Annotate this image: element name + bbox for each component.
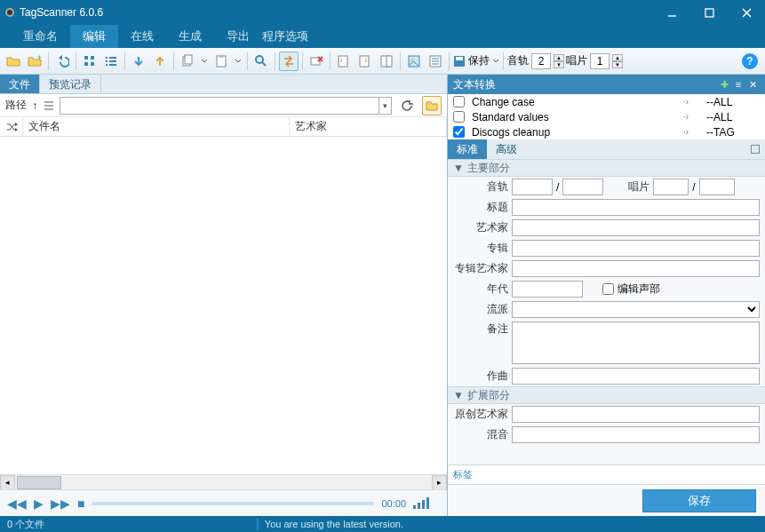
track-stepper[interactable]: ▲▼ <box>554 54 564 68</box>
disc-stepper[interactable]: ▲▼ <box>612 54 623 68</box>
tab-advanced[interactable]: 高级 <box>487 139 526 160</box>
arrow-down-icon <box>132 55 145 67</box>
move-up-button[interactable] <box>150 52 170 71</box>
player-volume[interactable] <box>413 497 440 509</box>
undo-button[interactable] <box>52 52 72 71</box>
tab-preview-log[interactable]: 预览记录 <box>40 75 101 93</box>
panel-close-icon[interactable]: ✕ <box>745 79 760 91</box>
paste-dropdown[interactable] <box>233 52 243 71</box>
disc-input[interactable] <box>653 179 689 195</box>
keep-label: 保持 <box>468 53 490 68</box>
script-checkbox[interactable] <box>453 96 465 107</box>
scroll-left-arrow[interactable]: ◂ <box>0 475 15 490</box>
cover-button[interactable] <box>404 52 424 71</box>
presets-icon <box>428 54 442 68</box>
scroll-right-arrow[interactable]: ▸ <box>432 475 447 490</box>
artist-input[interactable] <box>512 219 760 236</box>
track-input[interactable] <box>512 179 553 195</box>
script-3-button[interactable] <box>377 52 396 71</box>
folder-add-icon: + <box>28 54 42 68</box>
title-input[interactable] <box>512 199 760 216</box>
minimize-button[interactable] <box>653 0 690 25</box>
disc-total-input[interactable] <box>699 179 735 195</box>
menu-online[interactable]: 在线 <box>118 25 166 48</box>
year-input[interactable] <box>512 281 583 298</box>
menu-generate[interactable]: 生成 <box>166 25 214 48</box>
search-button[interactable] <box>251 52 271 71</box>
view-grid-button[interactable] <box>80 52 100 71</box>
script-2-button[interactable] <box>355 52 375 71</box>
album-artist-input[interactable] <box>512 260 760 277</box>
track-total-input[interactable] <box>562 179 603 195</box>
col-filename[interactable]: 文件名 <box>23 117 290 136</box>
view-list-button[interactable] <box>101 52 121 71</box>
player-play-button[interactable]: ▶ <box>34 496 44 511</box>
comment-input[interactable] <box>512 322 760 364</box>
svg-point-19 <box>256 56 263 63</box>
script-1-button[interactable] <box>334 52 354 71</box>
scroll-thumb[interactable] <box>17 476 61 489</box>
script-checkbox[interactable] <box>453 111 465 123</box>
close-button[interactable] <box>728 0 765 25</box>
arrow-icon: ·› <box>683 97 699 107</box>
tab-standard[interactable]: 标准 <box>448 139 487 160</box>
transform-toggle-button[interactable] <box>279 52 299 71</box>
keep-mode-combo[interactable]: 保持 <box>453 52 499 71</box>
panel-menu-icon[interactable]: ≡ <box>731 79 745 90</box>
path-browse-button[interactable] <box>422 96 442 115</box>
menu-export[interactable]: 导出 <box>214 25 262 48</box>
open-folder-button[interactable] <box>4 52 23 71</box>
player-stop-button[interactable]: ■ <box>77 496 84 511</box>
help-button[interactable]: ? <box>742 53 758 69</box>
menu-options[interactable]: 程序选项 <box>262 28 765 44</box>
panel-add-icon[interactable]: ✚ <box>717 79 731 91</box>
script-checkbox[interactable] <box>453 126 465 138</box>
svg-rect-5 <box>84 56 88 60</box>
file-list[interactable] <box>0 137 447 474</box>
copy-button[interactable] <box>178 52 197 71</box>
album-input[interactable] <box>512 240 760 257</box>
field-artist-label: 艺术家 <box>453 220 508 235</box>
remove-tag-button[interactable] <box>307 52 326 71</box>
player-prev-button[interactable]: ◀◀ <box>7 496 27 511</box>
save-button[interactable]: 保存 <box>642 489 756 512</box>
script-row[interactable]: Standard values ·› --ALL <box>448 109 765 124</box>
col-shuffle[interactable] <box>0 117 23 136</box>
track-number-input[interactable] <box>531 53 551 69</box>
remix-input[interactable] <box>512 426 760 443</box>
disc-number-input[interactable] <box>590 53 610 69</box>
col-artist[interactable]: 艺术家 <box>290 117 447 136</box>
add-folder-button[interactable]: + <box>25 52 44 71</box>
presets-button[interactable] <box>426 52 445 71</box>
paste-button[interactable] <box>211 52 231 71</box>
orig-artist-input[interactable] <box>512 406 760 423</box>
file-list-hscroll[interactable]: ◂ ▸ <box>0 474 447 489</box>
compilation-checkbox[interactable] <box>602 283 614 295</box>
svg-text:+: + <box>37 54 42 62</box>
copy-dropdown[interactable] <box>199 52 210 71</box>
player-seek-bar[interactable] <box>92 502 374 505</box>
move-down-button[interactable] <box>129 52 148 71</box>
editor-tabs: 标准 高级 <box>448 139 765 159</box>
path-refresh-button[interactable] <box>397 96 417 115</box>
section-ext[interactable]: ▼扩展部分 <box>448 386 765 404</box>
field-year-label: 年代 <box>453 282 508 297</box>
path-up-button[interactable]: ↑ <box>32 99 38 112</box>
tab-files[interactable]: 文件 <box>0 75 40 93</box>
genre-select[interactable] <box>512 301 760 318</box>
script-row[interactable]: Discogs cleanup ·› --TAG <box>448 124 765 139</box>
path-dropdown[interactable]: ▾ <box>379 97 392 115</box>
shuffle-icon <box>5 121 18 133</box>
path-input[interactable] <box>60 97 380 115</box>
menu-rename[interactable]: 重命名 <box>11 25 70 48</box>
player-next-button[interactable]: ▶▶ <box>51 496 70 511</box>
script-row[interactable]: Change case ·› --ALL <box>448 94 765 109</box>
menu-edit[interactable]: 编辑 <box>70 25 118 48</box>
path-history-button[interactable] <box>44 100 54 111</box>
editor-detach-button[interactable] <box>751 145 760 154</box>
status-bar: 0 个文件 You are using the latest version. <box>0 516 765 532</box>
section-main[interactable]: ▼主要部分 <box>448 159 765 177</box>
path-label: 路径 <box>5 98 27 113</box>
composer-input[interactable] <box>512 368 760 385</box>
maximize-button[interactable] <box>690 0 728 25</box>
